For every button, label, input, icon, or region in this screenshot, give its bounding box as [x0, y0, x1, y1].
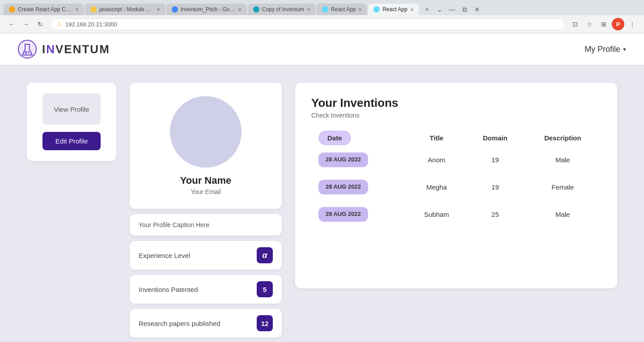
chevron-down-icon: ▾ — [623, 46, 626, 53]
inventions-title: Your Inventions — [311, 96, 601, 110]
col-description: Description — [524, 130, 601, 146]
table-row: 28 AUG 2022 Megha 19 Female — [311, 173, 601, 201]
nav-buttons: ← → ↻ — [5, 18, 47, 30]
tab-6-icon — [373, 6, 380, 13]
tab-6[interactable]: React App ✕ — [368, 4, 419, 15]
profile-email: Your Email — [191, 188, 220, 195]
url-bar[interactable]: ⚠ 192.168.20.21:3000 — [50, 18, 565, 30]
tab-2-close[interactable]: ✕ — [157, 7, 160, 12]
inventions-patented-card: Inventions Patented 5 — [130, 275, 282, 304]
tab-1[interactable]: Create React App Comman... ✕ — [4, 4, 84, 15]
inventions-section: Your Inventions Check Inventions Date Ti… — [295, 83, 617, 288]
reload-button[interactable]: ↻ — [34, 18, 47, 30]
my-profile-label: My Profile — [585, 45, 620, 54]
logo-text: iNVENTUM — [42, 42, 110, 56]
cell-description-0: Male — [524, 146, 601, 173]
tab-actions: ＋ ⌄ — ⧉ ✕ — [422, 4, 483, 15]
restore-button[interactable]: ⧉ — [459, 4, 470, 15]
inventions-subtitle: Check Inventions — [311, 112, 601, 119]
tab-6-label: React App — [382, 6, 407, 13]
col-date: Date — [311, 130, 407, 146]
tab-bar: Create React App Comman... ✕ javascript … — [0, 0, 644, 15]
main-content: View Profile Edit Profile Your Name Your… — [0, 65, 644, 342]
svg-point-1 — [25, 52, 27, 54]
sidebar-card: View Profile Edit Profile — [27, 83, 116, 161]
table-row: 28 AUG 2022 Subham 25 Male — [311, 201, 601, 228]
experience-level-card: Experience Level α — [130, 241, 282, 270]
cell-domain-1: 19 — [466, 173, 524, 201]
cell-title-1: Megha — [407, 173, 466, 201]
research-papers-label: Research papers published — [139, 320, 220, 327]
my-profile-button[interactable]: My Profile ▾ — [585, 45, 626, 54]
bookmark-icon[interactable]: ☆ — [583, 18, 596, 30]
inventions-table: Date Title Domain Description 28 AUG 202… — [311, 130, 601, 228]
view-profile-button[interactable]: View Profile — [42, 93, 101, 125]
profile-caption-card: Your Profile Caption Here — [130, 214, 282, 236]
profile-menu-icon[interactable]: ⊞ — [597, 18, 610, 30]
tab-3[interactable]: Inventum_Pitch - Google D... ✕ — [166, 4, 247, 15]
inventions-card: Your Inventions Check Inventions Date Ti… — [295, 83, 617, 288]
tab-4[interactable]: Copy of Inventum ✕ — [248, 4, 316, 15]
date-badge-1: 28 AUG 2022 — [318, 180, 368, 194]
tab-4-label: Copy of Inventum — [262, 6, 304, 13]
address-actions: ⊡ ☆ ⊞ P ⋮ — [569, 18, 639, 30]
profile-caption: Your Profile Caption Here — [139, 221, 209, 228]
minimize-button[interactable]: — — [447, 4, 458, 15]
col-domain: Domain — [466, 130, 524, 146]
tab-3-label: Inventum_Pitch - Google D... — [181, 6, 235, 13]
cell-date-0: 28 AUG 2022 — [311, 146, 407, 173]
tab-5-icon — [322, 6, 328, 13]
research-papers-card: Research papers published 12 — [130, 309, 282, 338]
tab-5-close[interactable]: ✕ — [358, 7, 362, 12]
cell-domain-2: 25 — [466, 201, 524, 228]
new-tab-button[interactable]: ＋ — [422, 4, 432, 15]
tab-list-button[interactable]: ⌄ — [434, 4, 445, 15]
cell-title-0: Anom — [407, 146, 466, 173]
tab-2[interactable]: javascript - Module not fou... ✕ — [85, 4, 165, 15]
cell-description-2: Male — [524, 201, 601, 228]
cast-icon[interactable]: ⊡ — [569, 18, 581, 30]
app-wrapper: iNVENTUM My Profile ▾ View Profile Edit … — [0, 34, 644, 342]
tab-3-icon — [172, 6, 178, 13]
cell-domain-0: 19 — [466, 146, 524, 173]
address-bar: ← → ↻ ⚠ 192.168.20.21:3000 ⊡ ☆ ⊞ P ⋮ — [0, 15, 644, 33]
cell-description-1: Female — [524, 173, 601, 201]
research-papers-badge: 12 — [257, 315, 273, 331]
profile-section: Your Name Your Email Your Profile Captio… — [130, 83, 282, 338]
profile-name: Your Name — [180, 175, 232, 186]
tab-6-close[interactable]: ✕ — [410, 7, 414, 12]
inventions-patented-badge: 5 — [257, 281, 273, 297]
tab-4-close[interactable]: ✕ — [307, 7, 310, 12]
table-header-row: Date Title Domain Description — [311, 130, 601, 146]
tab-3-close[interactable]: ✕ — [238, 7, 242, 12]
tab-1-icon — [9, 6, 15, 13]
experience-level-label: Experience Level — [139, 252, 190, 259]
edit-profile-button[interactable]: Edit Profile — [42, 132, 101, 150]
tab-5-label: React App — [331, 6, 356, 13]
tab-1-close[interactable]: ✕ — [75, 7, 79, 12]
avatar — [170, 96, 242, 168]
cell-title-2: Subham — [407, 201, 466, 228]
lock-icon: ⚠ — [57, 21, 62, 27]
left-sidebar: View Profile Edit Profile — [27, 83, 116, 161]
back-button[interactable]: ← — [5, 18, 18, 30]
user-profile-button[interactable]: P — [612, 18, 624, 30]
tab-4-icon — [253, 6, 259, 13]
close-window-button[interactable]: ✕ — [472, 4, 483, 15]
tab-2-label: javascript - Module not fou... — [99, 6, 154, 13]
date-badge-0: 28 AUG 2022 — [318, 152, 368, 167]
tab-5[interactable]: React App ✕ — [317, 4, 367, 15]
tab-1-label: Create React App Comman... — [18, 6, 72, 13]
logo-icon — [18, 40, 37, 59]
forward-button[interactable]: → — [20, 18, 32, 30]
col-title: Title — [407, 130, 466, 146]
browser-chrome: Create React App Comman... ✕ javascript … — [0, 0, 644, 34]
date-badge-2: 28 AUG 2022 — [318, 207, 368, 222]
url-text: 192.168.20.21:3000 — [65, 21, 117, 28]
table-row: 28 AUG 2022 Anom 19 Male — [311, 146, 601, 173]
app-header: iNVENTUM My Profile ▾ — [0, 34, 644, 65]
extensions-icon[interactable]: ⋮ — [626, 18, 639, 30]
inventions-patented-label: Inventions Patented — [139, 286, 198, 293]
date-header: Date — [318, 131, 351, 145]
svg-point-2 — [28, 51, 30, 53]
